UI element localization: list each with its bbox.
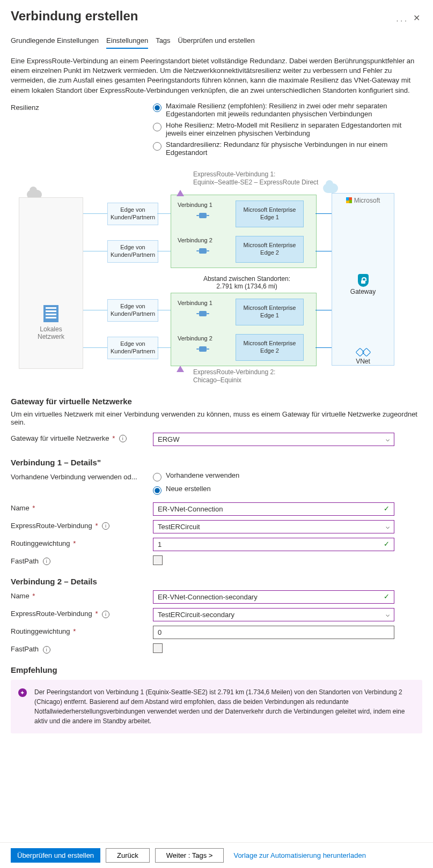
tab-review[interactable]: Überprüfen und erstellen xyxy=(178,33,255,49)
msee-1-2: Microsoft Enterprise Edge 2 xyxy=(236,236,304,263)
msee-2-2: Microsoft Enterprise Edge 2 xyxy=(236,334,304,361)
info-icon[interactable]: i xyxy=(43,646,50,654)
port-icon xyxy=(199,248,207,254)
page-title: Verbindung erstellen xyxy=(11,9,392,24)
check-icon: ✓ xyxy=(384,592,390,600)
distance-label: Abstand zwischen Standorten: 2.791 km (1… xyxy=(182,275,311,290)
edge-box-1: Edge von Kunden/Partnern xyxy=(107,203,158,225)
triangle-icon xyxy=(177,366,184,372)
tab-tags[interactable]: Tags xyxy=(156,33,170,49)
conn2-fastpath-checkbox[interactable] xyxy=(153,643,163,653)
conn1-circuit-select[interactable]: TestERCircuit⌵ xyxy=(153,520,394,533)
check-icon: ✓ xyxy=(384,505,390,513)
conn2-name-input[interactable]: ER-VNet-Connection-secondary✓ xyxy=(153,590,394,604)
topology-diagram: ExpressRoute-Verbindung 1: Equinix–Seatt… xyxy=(11,170,397,385)
info-icon[interactable]: i xyxy=(119,435,127,442)
close-icon[interactable]: ✕ xyxy=(411,13,422,28)
edge-box-4: Edge von Kunden/Partnern xyxy=(107,337,158,359)
chevron-down-icon: ⌵ xyxy=(386,611,390,618)
recommendation-heading: Empfehlung xyxy=(11,665,422,674)
conn1-use-existing[interactable]: Vorhandene verwenden xyxy=(153,471,422,481)
er-circuit-1: Verbindung 1 Microsoft Enterprise Edge 1… xyxy=(171,195,317,268)
resiliency-option-high[interactable]: Hohe Resilienz: Metro-Modell mit Resilie… xyxy=(153,121,422,137)
microsoft-box: Microsoft Gateway VNet xyxy=(332,193,394,366)
tab-settings[interactable]: Einstellungen xyxy=(106,33,148,49)
info-icon[interactable]: i xyxy=(102,611,109,618)
er-circuit-2: Verbindung 1 Microsoft Enterprise Edge 1… xyxy=(171,293,317,366)
intro-text: Eine ExpressRoute-Verbindung an einem Pe… xyxy=(11,56,422,95)
resiliency-option-max[interactable]: Maximale Resilienz (empfohlen): Resilien… xyxy=(153,102,422,118)
edge-box-2: Edge von Kunden/Partnern xyxy=(107,240,158,263)
vnet-icon: VNet xyxy=(332,349,394,365)
gateway-desc: Um ein virtuelles Netzwerk mit einer Ver… xyxy=(11,410,422,426)
cloud-icon xyxy=(323,183,338,193)
port-icon xyxy=(199,213,207,218)
port-icon xyxy=(199,311,207,316)
conn1-create-new[interactable]: Neue erstellen xyxy=(153,485,422,495)
conn1-weight-input[interactable]: 1✓ xyxy=(153,538,394,551)
edge-box-3: Edge von Kunden/Partnern xyxy=(107,299,158,322)
vnet-gateway-select[interactable]: ERGW⌵ xyxy=(153,433,394,446)
triangle-icon xyxy=(177,190,184,196)
tab-basics[interactable]: Grundlegende Einstellungen xyxy=(11,33,99,49)
recommendation-box: Der Peeringstandort von Verbindung 1 (Eq… xyxy=(11,680,422,733)
info-icon[interactable]: i xyxy=(43,558,50,565)
resiliency-label: Resilienz xyxy=(11,102,153,112)
conn2-weight-input[interactable]: 0 xyxy=(153,626,394,639)
microsoft-logo: Microsoft xyxy=(332,197,394,204)
msee-1-1: Microsoft Enterprise Edge 1 xyxy=(236,201,304,227)
resiliency-option-standard[interactable]: Standardresilienz: Redundanz für physisc… xyxy=(153,140,422,157)
chevron-down-icon: ⌵ xyxy=(386,435,390,443)
diagram-caption-bottom: ExpressRoute-Verbindung 2: Chicago–Equin… xyxy=(193,368,275,385)
gateway-icon: Gateway xyxy=(332,274,394,295)
diagram-caption-top: ExpressRoute-Verbindung 1: Equinix–Seatt… xyxy=(193,170,318,187)
more-icon[interactable]: · · · xyxy=(392,16,411,25)
check-icon: ✓ xyxy=(384,540,390,548)
conn1-name-input[interactable]: ER-VNet-Connection✓ xyxy=(153,502,394,516)
port-icon xyxy=(199,346,207,352)
gateway-heading: Gateway für virtuelle Netzwerke xyxy=(11,397,422,406)
msee-2-1: Microsoft Enterprise Edge 1 xyxy=(236,299,304,325)
building-icon xyxy=(43,305,58,322)
conn2-heading: Verbindung 2 – Details xyxy=(11,577,422,586)
conn1-heading: Verbindung 1 – Details" xyxy=(11,458,422,467)
chevron-down-icon: ⌵ xyxy=(386,523,390,530)
sparkle-icon xyxy=(18,688,27,697)
conn1-fastpath-checkbox[interactable] xyxy=(153,555,163,565)
conn2-circuit-select[interactable]: TestERCircuit-secondary⌵ xyxy=(153,608,394,621)
local-network-box: Lokales Netzwerk xyxy=(19,197,83,369)
info-icon[interactable]: i xyxy=(102,522,109,530)
